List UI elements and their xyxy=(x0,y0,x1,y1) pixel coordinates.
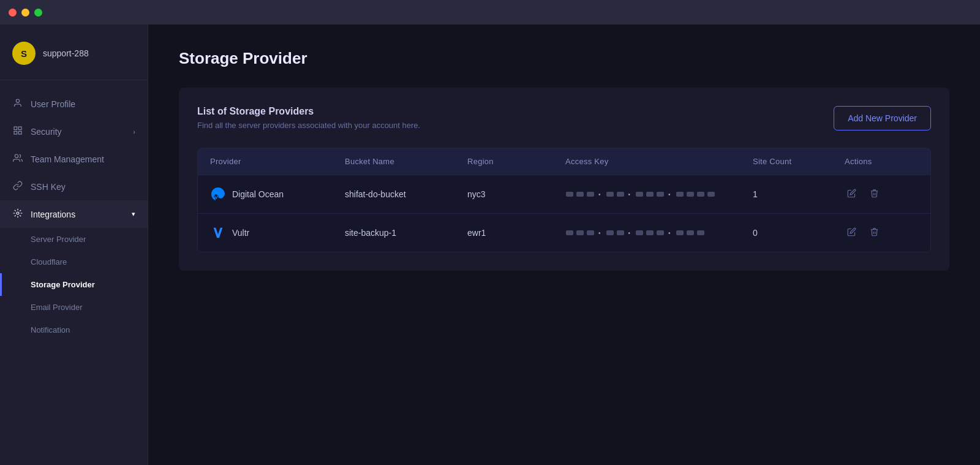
edit-button[interactable] xyxy=(845,225,859,241)
col-header-access-key: Access Key xyxy=(565,157,753,166)
sidebar-item-label: Security xyxy=(31,127,62,137)
edit-button[interactable] xyxy=(845,186,859,202)
username: support-288 xyxy=(43,48,89,58)
table-header: Provider Bucket Name Region Access Key S… xyxy=(198,148,930,175)
card-subtitle: Find all the server providers associated… xyxy=(197,121,420,130)
provider-name: Digital Ocean xyxy=(232,189,284,199)
sidebar-item-storage-provider[interactable]: Storage Provider xyxy=(0,273,148,296)
bucket-name-cell: site-backup-1 xyxy=(345,228,467,238)
svg-point-6 xyxy=(17,212,19,214)
provider-cell: Vultr xyxy=(210,225,345,241)
col-header-region: Region xyxy=(467,157,565,166)
sidebar-item-label: SSH Key xyxy=(31,182,66,192)
col-header-bucket-name: Bucket Name xyxy=(345,157,467,166)
main-content: Storage Provider List of Storage Provide… xyxy=(148,25,980,465)
sidebar-item-label: Integrations xyxy=(31,210,75,219)
team-icon xyxy=(12,153,23,165)
svg-rect-4 xyxy=(14,131,17,134)
close-button[interactable] xyxy=(9,9,17,17)
actions-cell xyxy=(845,186,918,202)
col-header-site-count: Site Count xyxy=(753,157,845,166)
site-count-cell: 1 xyxy=(753,189,845,199)
integrations-sub-nav: Server Provider Cloudflare Storage Provi… xyxy=(0,228,148,341)
svg-point-5 xyxy=(15,154,18,157)
site-count-cell: 0 xyxy=(753,228,845,238)
integrations-icon xyxy=(12,208,23,220)
minimize-button[interactable] xyxy=(21,9,29,17)
chevron-right-icon: › xyxy=(133,128,135,135)
access-key-cell: • • • xyxy=(565,230,753,236)
sidebar-item-integrations[interactable]: Integrations ▾ xyxy=(0,200,148,228)
col-header-actions: Actions xyxy=(845,157,918,166)
sidebar: S support-288 User Profile xyxy=(0,25,148,465)
add-new-provider-button[interactable]: Add New Provider xyxy=(834,106,931,130)
card-header-text: List of Storage Providers Find all the s… xyxy=(197,106,420,130)
avatar: S xyxy=(12,42,36,65)
sidebar-navigation: User Profile Security › xyxy=(0,80,148,465)
col-header-provider: Provider xyxy=(210,157,345,166)
sidebar-item-notification[interactable]: Notification xyxy=(0,319,148,341)
security-icon xyxy=(12,126,23,137)
region-cell: ewr1 xyxy=(467,228,565,238)
table-row: Vultr site-backup-1 ewr1 • • • 0 xyxy=(198,213,930,252)
table-row: Digital Ocean shifat-do-bucket nyc3 • • … xyxy=(198,175,930,213)
sidebar-item-team-management[interactable]: Team Management xyxy=(0,145,148,173)
sidebar-item-security[interactable]: Security › xyxy=(0,118,148,145)
sidebar-item-server-provider[interactable]: Server Provider xyxy=(0,228,148,251)
maximize-button[interactable] xyxy=(34,9,42,17)
region-cell: nyc3 xyxy=(467,189,565,199)
page-title: Storage Provider xyxy=(179,49,949,68)
digital-ocean-icon xyxy=(210,186,226,202)
bucket-name-cell: shifat-do-bucket xyxy=(345,189,467,199)
svg-rect-2 xyxy=(18,127,21,130)
sidebar-item-email-provider[interactable]: Email Provider xyxy=(0,296,148,319)
sidebar-item-cloudflare[interactable]: Cloudflare xyxy=(0,251,148,273)
provider-name: Vultr xyxy=(232,228,249,238)
chevron-down-icon: ▾ xyxy=(132,210,135,218)
card-header: List of Storage Providers Find all the s… xyxy=(197,106,931,130)
window-chrome xyxy=(0,0,980,25)
vultr-icon xyxy=(210,225,226,241)
svg-rect-1 xyxy=(14,127,17,130)
delete-button[interactable] xyxy=(867,186,881,202)
sidebar-item-ssh-key[interactable]: SSH Key xyxy=(0,173,148,200)
card-title: List of Storage Providers xyxy=(197,106,420,117)
sidebar-item-user-profile[interactable]: User Profile xyxy=(0,90,148,118)
actions-cell xyxy=(845,225,918,241)
access-key-cell: • • • xyxy=(565,191,753,198)
ssh-key-icon xyxy=(12,181,23,192)
sidebar-user: S support-288 xyxy=(0,25,148,80)
storage-providers-card: List of Storage Providers Find all the s… xyxy=(179,88,949,271)
sidebar-item-label: User Profile xyxy=(31,99,75,109)
provider-cell: Digital Ocean xyxy=(210,186,345,202)
sidebar-item-label: Team Management xyxy=(31,154,104,164)
person-icon xyxy=(12,98,23,110)
svg-point-0 xyxy=(16,99,19,102)
providers-table: Provider Bucket Name Region Access Key S… xyxy=(197,148,931,252)
svg-rect-3 xyxy=(18,131,21,134)
delete-button[interactable] xyxy=(867,225,881,241)
